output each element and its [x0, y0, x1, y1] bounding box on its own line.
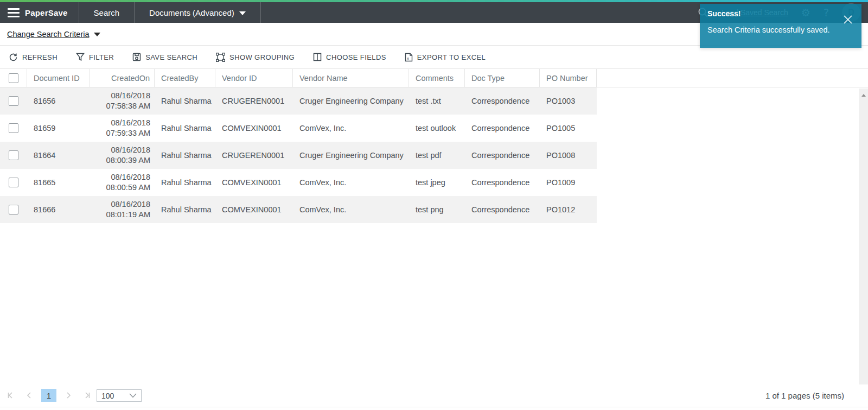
page-number-1[interactable]: 1	[41, 389, 56, 402]
svg-text:x: x	[407, 56, 409, 61]
page-size-value: 100	[101, 392, 114, 400]
cell-vendor-name: ComVex, Inc.	[293, 169, 409, 196]
first-page-button[interactable]	[4, 389, 17, 402]
row-checkbox[interactable]	[9, 178, 18, 187]
cell-doc-type: Correspondence	[465, 115, 540, 142]
scroll-up-button[interactable]	[859, 91, 868, 100]
cell-vendor-id: COMVEXIN0001	[215, 196, 293, 223]
toolbar-button-label: SAVE SEARCH	[145, 53, 197, 61]
show-grouping-button[interactable]: SHOW GROUPING	[216, 53, 295, 62]
table-row[interactable]: 81664 08/16/201808:00:39 AM Rahul Sharma…	[0, 142, 597, 169]
row-checkbox[interactable]	[9, 205, 18, 215]
column-header-createdby[interactable]: CreatedBy	[155, 69, 215, 87]
row-checkbox[interactable]	[9, 96, 18, 106]
excel-file-icon: x	[405, 53, 413, 62]
toolbar-button-label: FILTER	[89, 53, 114, 61]
last-page-button[interactable]	[80, 389, 93, 402]
row-checkbox[interactable]	[9, 123, 18, 133]
nav-item-search[interactable]: Search	[79, 2, 135, 23]
save-icon	[132, 53, 141, 61]
table-row[interactable]: 81665 08/16/201808:00:59 AM Rahul Sharma…	[0, 169, 597, 196]
chevron-down-icon	[239, 11, 246, 15]
cell-document-id: 81659	[27, 115, 90, 142]
page-size-select[interactable]: 100	[97, 389, 142, 402]
column-header-document-id[interactable]: Document ID	[27, 69, 90, 87]
cell-po-number: PO1003	[540, 87, 597, 115]
cell-po-number: PO1009	[540, 169, 597, 196]
table-row[interactable]: 81659 08/16/201807:59:33 AM Rahul Sharma…	[0, 115, 597, 142]
cell-po-number: PO1008	[540, 142, 597, 169]
cell-comments: test pdf	[409, 142, 465, 169]
column-header-po-number[interactable]: PO Number	[540, 69, 597, 87]
cell-doc-type: Correspondence	[465, 196, 540, 223]
column-header-createdon[interactable]: CreatedOn	[90, 69, 155, 87]
cell-vendor-name: Cruger Engineering Company	[293, 87, 409, 115]
cell-comments: test .txt	[409, 87, 465, 115]
filter-button[interactable]: FILTER	[76, 53, 114, 61]
cell-vendor-id: COMVEXIN0001	[215, 169, 293, 196]
column-header-vendor-name[interactable]: Vendor Name	[293, 69, 409, 87]
refresh-icon	[9, 53, 18, 62]
cell-createdby: Rahul Sharma	[155, 196, 215, 223]
change-search-criteria-link[interactable]: Change Search Criteria	[7, 30, 100, 39]
column-header-comments[interactable]: Comments	[409, 69, 465, 87]
cell-comments: test jpeg	[409, 169, 465, 196]
table-row[interactable]: 81666 08/16/201808:01:19 AM Rahul Sharma…	[0, 196, 597, 223]
cell-createdby: Rahul Sharma	[155, 142, 215, 169]
cell-createdon: 08/16/201808:01:19 AM	[106, 199, 150, 220]
row-checkbox[interactable]	[9, 150, 18, 160]
cell-vendor-name: Cruger Engineering Company	[293, 142, 409, 169]
table-row[interactable]: 81656 08/16/201807:58:38 AM Rahul Sharma…	[0, 87, 597, 115]
vertical-scrollbar[interactable]	[859, 89, 868, 393]
previous-page-button[interactable]	[23, 389, 36, 402]
cell-createdby: Rahul Sharma	[155, 115, 215, 142]
nav-divider	[260, 2, 261, 23]
column-header-doc-type[interactable]: Doc Type	[465, 69, 540, 87]
pager-status-text: 1 of 1 pages (5 items)	[765, 391, 844, 400]
toolbar-button-label: SHOW GROUPING	[229, 53, 295, 61]
cell-doc-type: Correspondence	[465, 169, 540, 196]
grouping-icon	[216, 53, 225, 62]
toolbar-button-label: REFRESH	[22, 53, 58, 61]
nav-item-documents-advanced[interactable]: Documents (Advanced)	[135, 2, 260, 23]
nav-item-label: Documents (Advanced)	[149, 8, 234, 17]
triangle-up-icon	[861, 94, 866, 97]
pager-bar: 1 100 1 of 1 pages (5 items)	[0, 384, 868, 410]
success-toast: Success! Search Criteria successfully sa…	[700, 4, 861, 48]
cell-vendor-name: ComVex, Inc.	[293, 196, 409, 223]
toast-message: Search Criteria successfully saved.	[707, 26, 854, 34]
cell-doc-type: Correspondence	[465, 142, 540, 169]
column-header-filler	[597, 69, 868, 87]
cell-createdon: 08/16/201808:00:39 AM	[106, 145, 150, 166]
cell-createdby: Rahul Sharma	[155, 87, 215, 115]
cell-comments: test png	[409, 196, 465, 223]
grid-header-row: Document ID CreatedOn CreatedBy Vendor I…	[0, 68, 868, 87]
cell-vendor-name: ComVex, Inc.	[293, 115, 409, 142]
papersave-app: PaperSave Search Documents (Advanced) Lo…	[0, 0, 868, 410]
save-search-button[interactable]: SAVE SEARCH	[132, 53, 197, 61]
columns-icon	[313, 53, 322, 61]
chevron-down-icon	[129, 393, 137, 398]
choose-fields-button[interactable]: CHOOSE FIELDS	[313, 53, 386, 61]
select-all-checkbox[interactable]	[9, 73, 18, 83]
refresh-button[interactable]: REFRESH	[9, 53, 58, 62]
cell-document-id: 81656	[27, 87, 90, 115]
toast-title: Success!	[707, 9, 854, 18]
cell-document-id: 81666	[27, 196, 90, 223]
export-to-excel-button[interactable]: x EXPORT TO EXCEL	[405, 53, 486, 62]
column-header-vendor-id[interactable]: Vendor ID	[215, 69, 293, 87]
cell-vendor-id: COMVEXIN0001	[215, 115, 293, 142]
next-page-button[interactable]	[62, 389, 75, 402]
hamburger-menu-icon[interactable]	[8, 8, 20, 17]
change-search-criteria-label: Change Search Criteria	[7, 30, 90, 39]
toolbar-button-label: CHOOSE FIELDS	[326, 53, 386, 61]
nav-item-label: Search	[94, 8, 120, 17]
toast-close-icon[interactable]	[842, 14, 854, 26]
cell-createdon: 08/16/201807:59:33 AM	[106, 118, 150, 138]
cell-createdon: 08/16/201807:58:38 AM	[106, 91, 150, 111]
cell-document-id: 81665	[27, 169, 90, 196]
toolbar: REFRESH FILTER SAVE SEARCH SHOW GROUPING…	[0, 46, 868, 68]
filter-icon	[76, 53, 85, 61]
chevron-down-icon	[94, 33, 100, 36]
documents-grid: Document ID CreatedOn CreatedBy Vendor I…	[0, 68, 868, 223]
